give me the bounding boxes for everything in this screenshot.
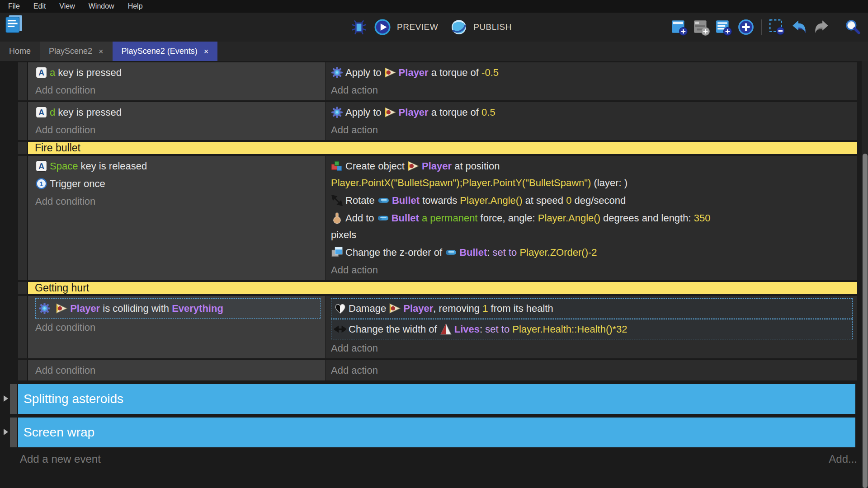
add-action-button[interactable]: Add action [331, 262, 853, 278]
bullet-icon [377, 210, 392, 226]
group-bar[interactable]: Splitting asteroids [18, 384, 855, 414]
comment-bar[interactable]: Getting hurt [28, 282, 857, 294]
debug-icon[interactable] [350, 18, 368, 36]
comment-row: Fire bullet [18, 142, 857, 154]
keyboard-icon: A [35, 158, 50, 174]
add-more-button[interactable]: Add... [829, 453, 857, 465]
actions-cell: Create object Player at positionPlayer.P… [326, 156, 857, 280]
create-object-icon [331, 158, 345, 174]
condition-line[interactable]: Player is colliding with Everything [35, 298, 321, 319]
action-line[interactable]: Add to Bullet a permanent force, angle: … [331, 210, 853, 243]
add-action-button[interactable]: Add action [331, 362, 853, 379]
gdevelop-logo[interactable] [4, 14, 24, 34]
event-handle[interactable] [18, 62, 28, 100]
action-line[interactable]: Damage Player, removing 1 from its healt… [331, 298, 853, 319]
physics-gear-icon [331, 104, 345, 121]
bullet-icon [377, 192, 392, 209]
tab-playscene2-events-[interactable]: PlayScene2 (Events)× [113, 42, 218, 61]
menu-item-edit[interactable]: Edit [33, 2, 46, 10]
event-handle[interactable] [18, 296, 28, 358]
menu-item-help[interactable]: Help [128, 2, 143, 10]
add-event-icon[interactable] [670, 18, 689, 36]
conditions-cell: Aa key is pressedAdd condition [28, 62, 326, 100]
menu-item-view[interactable]: View [59, 2, 75, 10]
preview-label[interactable]: PREVIEW [397, 22, 438, 32]
add-condition-button[interactable]: Add condition [35, 362, 321, 379]
condition-line[interactable]: Aa key is pressed [35, 64, 321, 81]
delete-selection-icon[interactable] [768, 18, 786, 36]
add-condition-button[interactable]: Add condition [35, 319, 321, 336]
fold-arrow-icon[interactable] [3, 395, 9, 403]
add-new-event-button[interactable]: Add a new event [20, 453, 101, 465]
scrollbar-thumb[interactable] [863, 154, 868, 488]
keyboard-icon: A [35, 64, 50, 81]
action-line[interactable]: Change the z-order of Bullet: set to Pla… [331, 244, 853, 261]
menu-item-file[interactable]: File [8, 2, 20, 10]
publish-label[interactable]: PUBLISH [473, 22, 512, 32]
add-comment-icon[interactable] [715, 18, 733, 36]
event-row: Player is colliding with EverythingAdd c… [18, 296, 857, 358]
condition-line[interactable]: 1Trigger once [35, 175, 321, 192]
add-action-button[interactable]: Add action [331, 340, 853, 357]
condition-line[interactable]: ASpace key is released [35, 158, 321, 174]
zorder-icon [331, 244, 345, 261]
fold-arrow-icon[interactable] [3, 428, 9, 436]
event-handle[interactable] [18, 142, 28, 154]
tab-home[interactable]: Home [0, 42, 40, 61]
group-row: Splitting asteroids [10, 384, 855, 414]
add-subevent-icon [693, 18, 711, 36]
group-handle[interactable] [10, 384, 18, 414]
svg-text:1: 1 [39, 180, 43, 188]
close-tab-icon[interactable]: × [204, 47, 209, 56]
comment-row: Getting hurt [18, 282, 857, 294]
action-line[interactable]: Rotate Bullet towards Player.Angle() at … [331, 192, 853, 209]
preview-icon[interactable] [373, 18, 392, 36]
toolbar-separator [761, 19, 762, 35]
menu-item-window[interactable]: Window [89, 2, 114, 10]
search-icon[interactable] [844, 18, 862, 36]
player-icon [384, 104, 399, 121]
group-handle[interactable] [10, 418, 18, 447]
physics-gear-icon [331, 64, 345, 81]
condition-line[interactable]: Ad key is pressed [35, 104, 321, 121]
event-handle[interactable] [18, 360, 28, 380]
event-handle[interactable] [18, 156, 28, 280]
tab-label: Home [9, 47, 31, 56]
publish-icon[interactable] [450, 18, 468, 36]
keyboard-icon: A [35, 104, 50, 121]
svg-text:A: A [38, 108, 44, 117]
force-icon [331, 210, 345, 226]
actions-cell: Apply to Player a torque of -0.5Add acti… [326, 62, 857, 100]
event-handle[interactable] [18, 282, 28, 294]
conditions-cell: Player is colliding with EverythingAdd c… [28, 296, 326, 358]
conditions-cell: ASpace key is released1Trigger onceAdd c… [28, 156, 326, 280]
tab-playscene2[interactable]: PlayScene2× [40, 42, 113, 61]
events-sheet: Aa key is pressedAdd conditionApply to P… [0, 61, 868, 488]
tab-label: PlayScene2 (Events) [122, 47, 198, 56]
action-line[interactable]: Create object Player at positionPlayer.P… [331, 158, 853, 191]
lives-icon [440, 321, 454, 338]
add-condition-button[interactable]: Add condition [35, 82, 321, 99]
group-row: Screen wrap [10, 418, 855, 447]
comment-bar[interactable]: Fire bullet [28, 142, 857, 154]
player-icon [389, 300, 403, 317]
action-line[interactable]: Apply to Player a torque of 0.5 [331, 104, 853, 121]
add-action-button[interactable]: Add action [331, 122, 853, 138]
heart-icon [334, 300, 349, 317]
rotate-icon [331, 192, 345, 209]
event-handle[interactable] [18, 102, 28, 140]
actions-cell: Apply to Player a torque of 0.5Add actio… [326, 102, 857, 140]
group-bar[interactable]: Screen wrap [18, 418, 855, 447]
close-tab-icon[interactable]: × [99, 47, 104, 56]
redo-icon [812, 18, 830, 36]
add-new-icon[interactable] [737, 18, 755, 36]
action-line[interactable]: Apply to Player a torque of -0.5 [331, 64, 853, 81]
add-condition-button[interactable]: Add condition [35, 193, 321, 210]
action-line[interactable]: Change the width of Lives: set to Player… [331, 319, 853, 339]
svg-text:A: A [38, 68, 44, 77]
add-condition-button[interactable]: Add condition [35, 122, 321, 138]
add-action-button[interactable]: Add action [331, 82, 853, 99]
toolbar: PREVIEW PUBLISH [0, 13, 868, 42]
player-icon [384, 64, 399, 81]
undo-icon[interactable] [790, 18, 808, 36]
